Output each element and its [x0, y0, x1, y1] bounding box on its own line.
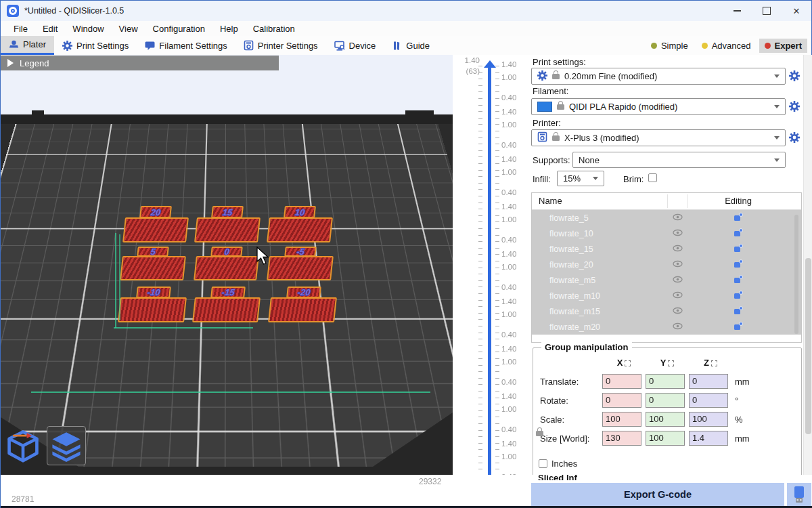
maximize-button[interactable]	[752, 1, 782, 21]
menu-item-calibration[interactable]: Calibration	[246, 21, 302, 36]
layer-tick	[495, 319, 499, 320]
group-field-z[interactable]: 0	[689, 393, 728, 408]
eye-visibility-icon[interactable]	[673, 213, 683, 223]
object-row-flowrate_10[interactable]: flowrate_10	[532, 226, 801, 241]
legend-bar[interactable]: Legend	[1, 56, 279, 70]
tab-print-settings[interactable]: Print Settings	[54, 36, 137, 55]
eye-visibility-icon[interactable]	[673, 291, 683, 301]
layer-tick	[478, 352, 482, 352]
tab-guide[interactable]: Guide	[384, 36, 438, 55]
layer-slider-bar[interactable]	[488, 67, 491, 483]
layer-tick	[478, 404, 482, 404]
object-row-flowrate_m15[interactable]: flowrate_m15	[532, 303, 801, 319]
object-row-flowrate_m20[interactable]: flowrate_m20	[532, 319, 801, 335]
layer-height-tick-label: 1.40	[501, 203, 516, 211]
filament-preset-value: QIDI PLA Rapido (modified)	[569, 102, 677, 112]
menu-item-window[interactable]: Window	[65, 21, 111, 36]
panel-scrollbar-thumb[interactable]	[805, 258, 811, 434]
preview-layers-view-button[interactable]	[47, 426, 86, 465]
object-row-flowrate_15[interactable]: flowrate_15	[532, 241, 801, 257]
group-field-y[interactable]: 100	[646, 431, 685, 446]
export-gcode-button[interactable]: Export G-code	[531, 483, 784, 506]
close-button[interactable]: ✕	[782, 1, 811, 21]
print-settings-gear-button[interactable]	[788, 70, 800, 82]
object-row-flowrate_20[interactable]: flowrate_20	[532, 257, 801, 272]
group-field-x[interactable]: 0	[602, 374, 641, 389]
editing-icon[interactable]	[734, 291, 743, 302]
menu-item-configuration[interactable]: Configuration	[145, 21, 212, 36]
eye-visibility-icon[interactable]	[673, 229, 683, 238]
eye-visibility-icon[interactable]	[673, 322, 683, 332]
editing-icon[interactable]	[734, 244, 743, 255]
supports-combo[interactable]: None	[572, 152, 786, 168]
layer-tick	[495, 443, 499, 444]
layer-tick	[495, 300, 499, 301]
print-settings-label: Print settings:	[533, 57, 586, 67]
printer-settings-gear-button[interactable]	[788, 131, 800, 144]
tab-device[interactable]: Device	[326, 36, 384, 55]
sidebar-panel: Print settings: 0.20mm Fine (modified) F…	[528, 55, 812, 508]
layer-height-tick-label: 1.40	[501, 60, 516, 68]
editing-icon[interactable]	[734, 259, 743, 271]
mode-button-expert[interactable]: Expert	[759, 39, 807, 53]
object-row-flowrate_5[interactable]: flowrate_5	[532, 210, 801, 226]
menu-item-edit[interactable]: Edit	[35, 21, 65, 36]
group-field-z[interactable]: 1.4	[689, 431, 728, 446]
editing-icon[interactable]	[734, 275, 743, 287]
tab-filament-settings[interactable]: Filament Settings	[137, 36, 235, 55]
filament-settings-gear-button[interactable]	[788, 100, 800, 112]
3d-editor-view-button[interactable]	[3, 426, 43, 465]
layer-tick	[478, 378, 482, 379]
layer-tick	[495, 235, 499, 236]
eye-visibility-icon[interactable]	[673, 245, 683, 254]
axis-frame-icon	[625, 360, 631, 366]
group-field-z[interactable]: 0	[689, 374, 728, 389]
menu-item-file[interactable]: File	[6, 21, 35, 36]
mode-button-advanced[interactable]: Advanced	[696, 39, 757, 53]
brim-checkbox[interactable]	[648, 173, 657, 182]
editing-icon[interactable]	[734, 228, 743, 240]
editing-icon[interactable]	[734, 213, 743, 224]
editing-column-header[interactable]: Editing	[704, 196, 772, 206]
editing-icon[interactable]	[734, 322, 743, 333]
layer-tick	[478, 306, 482, 307]
editing-icon[interactable]	[734, 306, 743, 318]
group-field-y[interactable]: 0	[646, 393, 685, 408]
minimize-button[interactable]	[722, 1, 752, 21]
group-field-y[interactable]: 100	[646, 412, 685, 427]
tab-printer-settings[interactable]: Printer Settings	[235, 36, 326, 55]
menu-item-help[interactable]: Help	[212, 21, 246, 36]
window-title: *Untitled - QIDISlicer-1.0.5	[24, 6, 124, 16]
export-to-sd-button[interactable]	[787, 483, 811, 506]
tab-plater[interactable]: Plater	[1, 36, 54, 55]
group-field-y[interactable]: 0	[646, 374, 685, 389]
name-column-header[interactable]: Name	[539, 196, 562, 206]
panel-scrollbar[interactable]	[803, 55, 812, 475]
object-list-scrollbar[interactable]	[794, 215, 798, 334]
eye-visibility-icon[interactable]	[673, 276, 683, 285]
printer-preset-combo[interactable]: X-Plus 3 (modified)	[531, 129, 786, 146]
layer-slider-upper-thumb[interactable]	[484, 60, 496, 68]
layer-tick	[478, 261, 482, 261]
menu-item-view[interactable]: View	[112, 21, 145, 36]
object-row-flowrate_m5[interactable]: flowrate_m5	[532, 272, 801, 288]
eye-visibility-icon[interactable]	[673, 307, 683, 316]
scale-lock-icon[interactable]	[536, 431, 543, 436]
print-preset-combo[interactable]: 0.20mm Fine (modified)	[531, 68, 786, 85]
filament-preset-combo[interactable]: QIDI PLA Rapido (modified)	[531, 98, 786, 115]
layer-tick	[478, 391, 482, 391]
layer-tick	[495, 449, 499, 450]
layer-tick	[495, 371, 499, 372]
3d-viewport[interactable]: 20151050-5-10-15-20 Legend	[1, 55, 453, 475]
group-field-x[interactable]: 0	[602, 393, 641, 408]
infill-combo[interactable]: 15%	[557, 171, 604, 186]
group-field-x[interactable]: 130	[602, 431, 641, 446]
eye-visibility-icon[interactable]	[673, 260, 683, 270]
object-row-flowrate_m10[interactable]: flowrate_m10	[532, 288, 801, 303]
inches-checkbox[interactable]	[539, 459, 547, 468]
app-logo-icon	[7, 5, 19, 17]
layer-height-tick-label: 1.40	[501, 440, 516, 448]
group-field-z[interactable]: 100	[689, 412, 728, 427]
mode-button-simple[interactable]: Simple	[646, 39, 694, 53]
group-field-x[interactable]: 100	[602, 412, 641, 427]
